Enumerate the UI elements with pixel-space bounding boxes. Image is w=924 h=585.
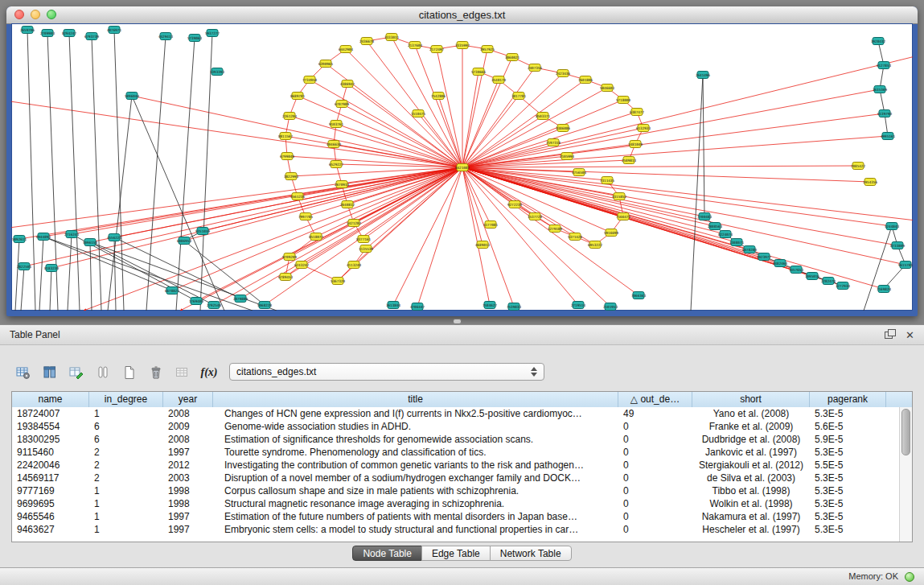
cell-in_degree[interactable]: 2 [89,446,163,459]
cell-pagerank[interactable]: 5.9E-5 [810,433,886,446]
cell-in_degree[interactable]: 1 [89,510,163,523]
cell-short[interactable]: Hescheler et al. (1997) [692,523,810,536]
edit-table-icon[interactable] [66,363,87,382]
cell-out_degree[interactable]: 49 [618,407,692,420]
column-header-out_degree[interactable]: △ out_de… [618,392,692,407]
cell-name[interactable]: 9699695 [12,497,89,510]
cell-out_degree[interactable]: 0 [618,484,692,497]
cell-name[interactable]: 14569117 [12,472,89,484]
cell-in_degree[interactable]: 6 [89,420,163,433]
cell-year[interactable]: 1997 [163,446,213,459]
cell-title[interactable]: Embryonic stem cells: a model to study s… [213,523,618,536]
cell-year[interactable]: 2012 [163,459,213,472]
cell-out_degree[interactable]: 0 [618,497,692,510]
cell-name[interactable]: 9463627 [12,523,89,536]
cell-year[interactable]: 1998 [163,484,213,497]
cell-in_degree[interactable]: 6 [89,433,163,446]
column-selector-icon[interactable] [39,363,60,382]
cell-title[interactable]: Estimation of significance thresholds fo… [213,433,618,446]
cell-in_degree[interactable]: 2 [89,472,163,484]
table-row[interactable]: 1872400712008Changes of HCN gene express… [12,407,900,420]
float-panel-icon[interactable] [885,329,896,340]
cell-title[interactable]: Disruption of a novel member of a sodium… [213,472,618,484]
cell-pagerank[interactable]: 5.3E-5 [810,446,886,459]
cell-pagerank[interactable]: 5.5E-5 [810,459,886,472]
cell-pagerank[interactable]: 5.3E-5 [810,407,886,420]
cell-short[interactable]: de Silva et al. (2003) [692,472,810,484]
column-header-in_degree[interactable]: in_degree [89,392,163,407]
cell-out_degree[interactable]: 0 [618,459,692,472]
rows-icon[interactable] [92,363,113,382]
function-builder-icon[interactable]: f(x) [199,363,220,382]
cell-out_degree[interactable]: 0 [618,472,692,484]
cell-year[interactable]: 2008 [163,407,213,420]
cell-short[interactable]: Franke et al. (2009) [692,420,810,433]
column-header-short[interactable]: short [692,392,810,407]
cell-out_degree[interactable]: 0 [618,420,692,433]
cell-short[interactable]: Tibbo et al. (1998) [692,484,810,497]
delete-icon[interactable] [146,363,166,382]
cell-pagerank[interactable]: 5.3E-5 [810,497,886,510]
cell-pagerank[interactable]: 5.3E-5 [810,484,886,497]
table-source-select[interactable]: citations_edges.txt [229,363,544,381]
cell-name[interactable]: 19384554 [12,420,89,433]
column-header-year[interactable]: year [163,392,213,407]
cell-pagerank[interactable]: 5.3E-5 [810,472,886,484]
cell-year[interactable]: 2009 [163,420,213,433]
cell-name[interactable]: 9115460 [12,446,89,459]
tab-edge-table[interactable]: Edge Table [421,546,491,561]
cell-title[interactable]: Tourette syndrome. Phenomenology and cla… [213,446,618,459]
cell-year[interactable]: 1997 [163,510,213,523]
column-header-name[interactable]: name [12,392,89,407]
table-row[interactable]: 946554611997Estimation of the future num… [12,510,900,523]
table-row[interactable]: 911546021997Tourette syndrome. Phenomeno… [12,446,900,459]
cell-title[interactable]: Estimation of the future numbers of pati… [213,510,618,523]
scrollbar-thumb[interactable] [901,409,910,455]
cell-title[interactable]: Structural magnetic resonance image aver… [213,497,618,510]
table-options-icon[interactable] [13,363,34,382]
cell-in_degree[interactable]: 1 [89,407,163,420]
table-row[interactable]: 977716911998Corpus callosum shape and si… [12,484,900,497]
cell-short[interactable]: Yano et al. (2008) [692,407,810,420]
cell-short[interactable]: Wolkin et al. (1998) [692,497,810,510]
cell-out_degree[interactable]: 0 [618,523,692,536]
table-row[interactable]: 1456911722003Disruption of a novel membe… [12,472,900,484]
cell-short[interactable]: Stergiakouli et al. (2012) [692,459,810,472]
column-header-title[interactable]: title [213,392,618,407]
cell-year[interactable]: 2003 [163,472,213,484]
cell-name[interactable]: 18300295 [12,433,89,446]
cell-pagerank[interactable]: 5.6E-5 [810,420,886,433]
table-row[interactable]: 969969511998Structural magnetic resonanc… [12,497,900,510]
cell-year[interactable]: 2008 [163,433,213,446]
cell-in_degree[interactable]: 1 [89,497,163,510]
cell-in_degree[interactable]: 2 [89,459,163,472]
cell-name[interactable]: 18724007 [12,407,89,420]
cell-title[interactable]: Investigating the contribution of common… [213,459,618,472]
cell-out_degree[interactable]: 0 [618,433,692,446]
cell-short[interactable]: Dudbridge et al. (2008) [692,433,810,446]
table-row[interactable]: 2242004622012Investigating the contribut… [12,459,900,472]
cell-out_degree[interactable]: 0 [618,510,692,523]
cell-pagerank[interactable]: 5.3E-5 [810,523,886,536]
cell-short[interactable]: Jankovic et al. (1997) [692,446,810,459]
cell-title[interactable]: Genome-wide association studies in ADHD. [213,420,618,433]
import-table-icon[interactable] [172,363,193,382]
table-row[interactable]: 1938455462009Genome-wide association stu… [12,420,900,433]
splitter-grip-icon[interactable] [453,319,462,324]
column-header-pagerank[interactable]: pagerank [810,392,886,407]
table-row[interactable]: 1830029562008Estimation of significance … [12,433,900,446]
cell-title[interactable]: Corpus callosum shape and size in male p… [213,484,618,497]
cell-year[interactable]: 1998 [163,497,213,510]
table-scrollbar[interactable] [899,407,912,542]
cell-year[interactable]: 1997 [163,523,213,536]
new-file-icon[interactable] [119,363,140,382]
cell-short[interactable]: Nakamura et al. (1997) [692,510,810,523]
cell-in_degree[interactable]: 1 [89,523,163,536]
tab-network-table[interactable]: Network Table [490,546,572,561]
network-canvas[interactable]: 2659706270990382942476793739487697144294… [11,23,913,311]
network-window-titlebar[interactable]: citations_edges.txt [6,6,918,24]
panel-splitter[interactable] [0,316,924,324]
cell-name[interactable]: 22420046 [12,459,89,472]
table-row[interactable]: 946362711997Embryonic stem cells: a mode… [12,523,900,536]
cell-pagerank[interactable]: 5.3E-5 [810,510,886,523]
